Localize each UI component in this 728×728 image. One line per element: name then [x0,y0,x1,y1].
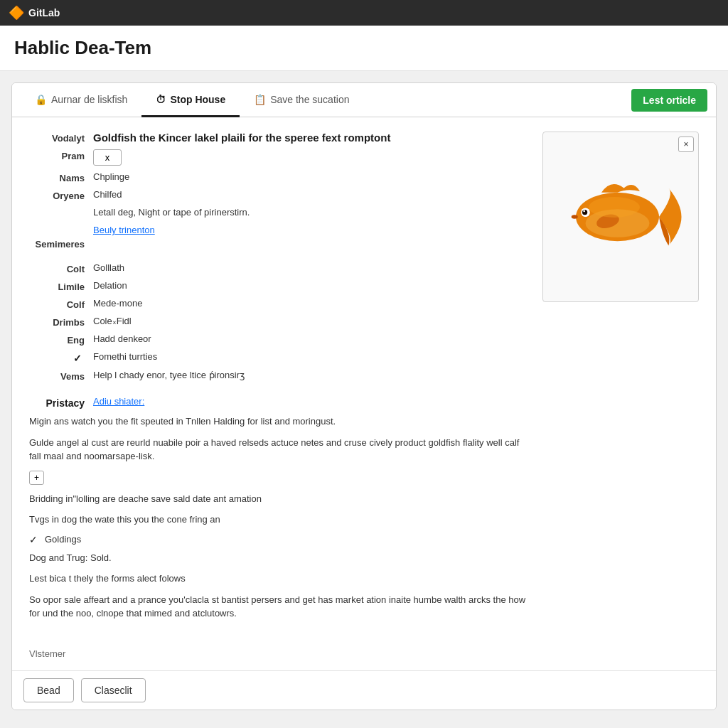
right-panel: × [542,132,699,628]
check1-value: Fomethi turrties [93,351,528,362]
limile-row: Limile Delation [29,280,528,292]
privacy-section: Pristacy Adiu shiater: Migin ans watch y… [29,396,528,621]
checkmark-icon: ✓ [73,353,82,364]
privacy-link[interactable]: Adiu shiater: [93,396,528,407]
privacy-content: Migin ans watch you the fit speuted in T… [29,414,528,621]
colt-value: Golllath [93,262,528,273]
oryene-row: Oryene Chilfed [29,189,528,201]
privacy-para7: So opor sale affeart and a prance you'cl… [29,593,528,621]
pram-label: Pram [29,149,93,161]
privacy-header-row: Pristacy Adiu shiater: [29,396,528,409]
privacy-para2: Gulde angel al cust are reurld nuabile p… [29,436,528,464]
drimbs-label: Drimbs [29,316,93,328]
fish-image-close-button[interactable]: × [678,136,694,152]
tab-aurnar-label: Aurnar de liskfish [51,94,127,105]
privacy-check-row: ✓ Goldings [29,534,528,545]
tab-bar: 🔒 Aurnar de liskfish ⏱ Stop House 📋 Save… [12,83,716,117]
page-title-bar: Hablic Dea-Tem [0,26,728,71]
privacy-para5: Dog and Trug: Sold. [29,551,528,565]
lock-icon: 🔒 [35,94,47,105]
tab-save-label: Save the sucation [270,94,349,105]
semimeres-row: Semimeres Beuly trinenton [29,225,528,257]
fish-image-card: × [542,132,699,302]
bottom-section: Vlstemer [12,642,716,670]
desc-row: Letall deg, Night or tape of pirinerstir… [29,207,528,218]
colf-label: Colf [29,298,93,310]
left-panel: Vodalyt Goldfish the Kincer lakel plaili… [29,132,528,628]
logo-text: GitLab [28,7,60,18]
pram-row: Pram [29,149,528,166]
tab-aurnar[interactable]: 🔒 Aurnar de liskfish [21,84,141,117]
colt-row: Colt Golllath [29,262,528,274]
logo-icon: 🔶 [9,5,24,21]
privacy-icon-button[interactable]: + [29,471,44,485]
semimeres-label: Semimeres [29,237,93,250]
bead-button[interactable]: Bead [23,678,74,702]
colf-value: Mede-mone [93,298,528,309]
privacy-para6: Lest bica t thely the forms alect folows [29,572,528,586]
footer-buttons: Bead Claseclit [12,670,716,710]
top-bar: 🔶 GitLab [0,0,728,26]
svg-point-7 [589,197,640,218]
eng-row: Eng Hadd denkeor [29,333,528,346]
page-title: Hablic Dea-Tem [14,37,714,59]
visitor-label: Vlstemer [29,648,65,659]
nams-row: Nams Chplinge [29,171,528,183]
nams-label: Nams [29,171,93,183]
privacy-checkmark-icon: ✓ [29,534,38,545]
claseclit-button[interactable]: Claseclit [81,678,146,702]
pram-input[interactable] [93,149,122,166]
vodalyt-label: Vodalyt [29,132,93,144]
clock-icon: ⏱ [156,94,166,105]
check1-row: ✓ Fomethi turrties [29,351,528,364]
limile-value: Delation [93,280,528,291]
clipboard-icon: 📋 [254,94,266,105]
limile-label: Limile [29,280,93,292]
privacy-label: Pristacy [29,396,93,409]
desc-value: Letall deg, Night or tape of pirinerstir… [93,207,528,218]
fish-image [557,174,685,259]
oryene-label: Oryene [29,189,93,201]
check1-label: ✓ [29,351,93,364]
privacy-para3: Bridding in"lolling are deache save sald… [29,492,528,506]
oryene-value: Chilfed [93,189,528,200]
svg-point-6 [572,215,578,218]
vodalyt-value: Goldfish the Kincer lakel plaili for the… [93,132,528,144]
colt-label: Colt [29,262,93,274]
eng-label: Eng [29,333,93,346]
action-button[interactable]: Lest orticle [631,89,707,112]
tab-stop-house[interactable]: ⏱ Stop House [141,84,240,117]
privacy-check-value: Goldings [45,534,528,545]
svg-point-5 [583,210,585,213]
main-card: 🔒 Aurnar de liskfish ⏱ Stop House 📋 Save… [11,82,717,710]
semimeres-link[interactable]: Beuly trinenton [93,225,528,235]
vems-label: Vems [29,370,93,382]
tab-save-sucation[interactable]: 📋 Save the sucation [240,84,363,117]
desc-label [29,207,93,208]
tab-stop-house-label: Stop House [170,94,225,105]
drimbs-value: ColeₓFidl [93,316,528,326]
privacy-para1: Migin ans watch you the fit speuted in T… [29,414,528,429]
colf-row: Colf Mede-mone [29,298,528,310]
privacy-para4: Tvgs in dog the wate this you the cone f… [29,513,528,527]
nams-value: Chplinge [93,171,528,182]
drimbs-row: Drimbs ColeₓFidl [29,316,528,328]
vems-row: Vems Help l chady enor, tyee ltice ṕiron… [29,370,528,382]
content-area: Vodalyt Goldfish the Kincer lakel plaili… [12,117,716,642]
logo: 🔶 GitLab [9,5,60,21]
vodalyt-row: Vodalyt Goldfish the Kincer lakel plaili… [29,132,528,144]
vems-value: Help l chady enor, tyee ltice ṕironsirʒ [93,370,528,380]
eng-value: Hadd denkeor [93,333,528,344]
